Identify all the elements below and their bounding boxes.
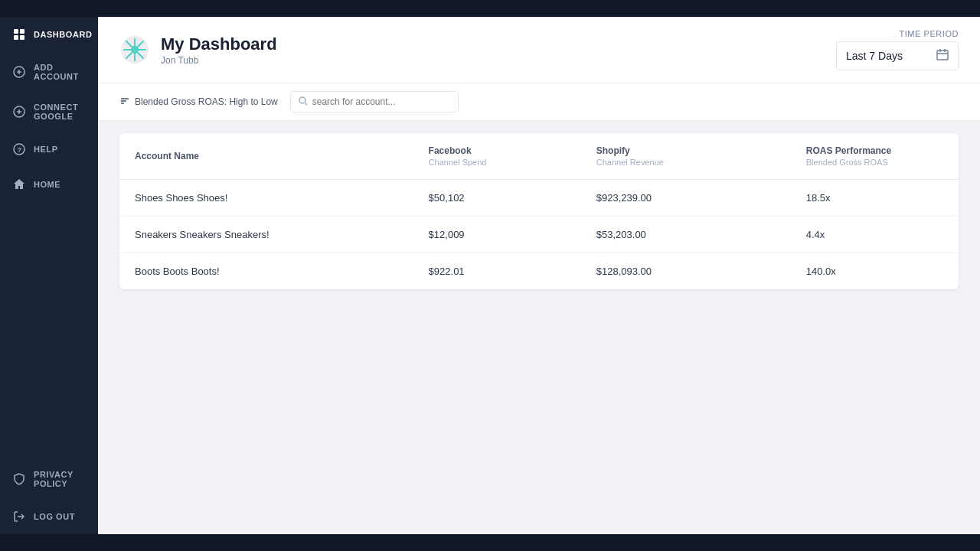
cell-roas-value: 18.5x bbox=[791, 180, 959, 217]
cell-account-name: Boots Boots Boots! bbox=[119, 253, 413, 290]
sidebar-connect-google-label: Connect Google bbox=[34, 103, 86, 121]
cell-shopify-revenue: $923,239.00 bbox=[581, 180, 791, 217]
svg-point-23 bbox=[299, 97, 305, 103]
user-name: Jon Tubb bbox=[161, 55, 277, 66]
add-account-icon bbox=[12, 65, 26, 79]
sidebar-item-log-out[interactable]: Log Out bbox=[0, 499, 98, 534]
sidebar-help-label: Help bbox=[34, 145, 58, 154]
sidebar-item-dashboard[interactable]: Dashboard bbox=[0, 17, 98, 52]
sidebar: Dashboard Add Account Connect Google bbox=[0, 17, 98, 534]
search-container bbox=[290, 91, 459, 112]
search-input[interactable] bbox=[312, 96, 450, 107]
time-period-label: Time Period bbox=[899, 29, 959, 38]
bottom-bar bbox=[0, 534, 980, 551]
sidebar-item-connect-google[interactable]: Connect Google bbox=[0, 92, 98, 132]
cell-facebook-spend: $50,102 bbox=[413, 180, 581, 217]
search-icon bbox=[299, 95, 308, 109]
svg-rect-0 bbox=[14, 29, 18, 34]
header-left: My Dashboard Jon Tubb bbox=[119, 34, 277, 66]
svg-line-24 bbox=[305, 103, 307, 106]
sidebar-privacy-policy-label: Privacy Policy bbox=[34, 470, 86, 488]
table-row[interactable]: Sneakers Sneakers Sneakers! $12,009 $53,… bbox=[119, 217, 959, 253]
sidebar-item-add-account[interactable]: Add Account bbox=[0, 52, 98, 92]
toolbar: Blended Gross ROAS: High to Low bbox=[98, 83, 980, 121]
svg-rect-3 bbox=[20, 35, 24, 40]
cell-roas-value: 140.0x bbox=[791, 253, 959, 290]
table-row[interactable]: Shoes Shoes Shoes! $50,102 $923,239.00 1… bbox=[119, 180, 959, 217]
home-icon bbox=[12, 178, 26, 191]
svg-rect-16 bbox=[937, 51, 948, 60]
accounts-table-container: Account Name Facebook Channel Spend Shop… bbox=[119, 133, 959, 289]
sidebar-bottom: Privacy Policy Log Out bbox=[0, 459, 98, 534]
cell-shopify-revenue: $128,093.00 bbox=[581, 253, 791, 290]
svg-rect-1 bbox=[20, 29, 24, 34]
svg-rect-2 bbox=[14, 35, 18, 40]
header-title-group: My Dashboard Jon Tubb bbox=[161, 34, 277, 66]
sort-icon bbox=[119, 96, 130, 109]
header: My Dashboard Jon Tubb Time Period Last 7… bbox=[98, 17, 980, 83]
connect-google-icon bbox=[12, 105, 26, 119]
cell-shopify-revenue: $53,203.00 bbox=[581, 217, 791, 253]
main-container: Dashboard Add Account Connect Google bbox=[0, 17, 980, 534]
table-body: Shoes Shoes Shoes! $50,102 $923,239.00 1… bbox=[119, 180, 959, 290]
sidebar-item-help[interactable]: ? Help bbox=[0, 132, 98, 167]
time-period-selector[interactable]: Last 7 Days bbox=[836, 41, 959, 70]
col-header-account: Account Name bbox=[119, 133, 413, 180]
sidebar-item-home[interactable]: Home bbox=[0, 167, 98, 202]
log-out-icon bbox=[12, 510, 26, 523]
dashboard-title: My Dashboard bbox=[161, 34, 277, 54]
sidebar-log-out-label: Log Out bbox=[34, 512, 75, 521]
dashboard-icon bbox=[12, 28, 26, 41]
cell-account-name: Shoes Shoes Shoes! bbox=[119, 180, 413, 217]
col-header-roas: ROAS Performance Blended Gross ROAS bbox=[791, 133, 959, 180]
cell-facebook-spend: $922.01 bbox=[413, 253, 581, 290]
time-period-value: Last 7 Days bbox=[846, 50, 903, 62]
calendar-icon bbox=[936, 48, 949, 64]
privacy-policy-icon bbox=[12, 472, 26, 486]
accounts-table: Account Name Facebook Channel Spend Shop… bbox=[119, 133, 959, 289]
sort-button[interactable]: Blended Gross ROAS: High to Low bbox=[119, 93, 278, 112]
cell-facebook-spend: $12,009 bbox=[413, 217, 581, 253]
cell-account-name: Sneakers Sneakers Sneakers! bbox=[119, 217, 413, 253]
sidebar-item-privacy-policy[interactable]: Privacy Policy bbox=[0, 459, 98, 499]
col-header-facebook: Facebook Channel Spend bbox=[413, 133, 581, 180]
sort-label: Blended Gross ROAS: High to Low bbox=[135, 96, 278, 107]
svg-point-15 bbox=[134, 49, 136, 51]
sidebar-dashboard-label: Dashboard bbox=[34, 30, 92, 39]
time-period-section: Time Period Last 7 Days bbox=[836, 29, 959, 70]
table-header-row: Account Name Facebook Channel Spend Shop… bbox=[119, 133, 959, 180]
cell-roas-value: 4.4x bbox=[791, 217, 959, 253]
top-bar bbox=[0, 0, 980, 17]
svg-text:?: ? bbox=[18, 146, 22, 154]
content-area: My Dashboard Jon Tubb Time Period Last 7… bbox=[98, 17, 980, 534]
help-icon: ? bbox=[12, 142, 26, 156]
col-header-shopify: Shopify Channel Revenue bbox=[581, 133, 791, 180]
sidebar-add-account-label: Add Account bbox=[34, 63, 86, 81]
table-row[interactable]: Boots Boots Boots! $922.01 $128,093.00 1… bbox=[119, 253, 959, 290]
sidebar-home-label: Home bbox=[34, 180, 60, 189]
app-logo bbox=[119, 34, 150, 65]
